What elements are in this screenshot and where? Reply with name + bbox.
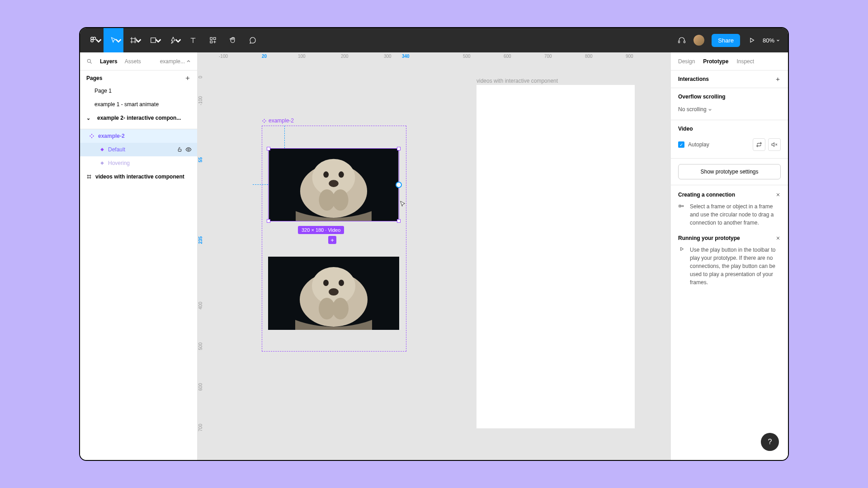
svg-point-25 xyxy=(332,298,349,319)
present-button[interactable] xyxy=(744,28,760,52)
audio-button[interactable] xyxy=(674,28,690,52)
main-menu-button[interactable] xyxy=(84,28,104,52)
pages-header: Pages xyxy=(80,70,197,84)
svg-rect-6 xyxy=(210,41,212,43)
section-label: Overflow scrolling xyxy=(678,94,726,100)
loop-button[interactable] xyxy=(753,138,765,151)
comment-icon xyxy=(249,36,257,44)
pen-tool-button[interactable] xyxy=(163,28,183,52)
layer-label: Hovering xyxy=(108,160,130,166)
svg-rect-26 xyxy=(679,205,681,207)
mute-icon xyxy=(771,141,778,148)
chevron-down-icon xyxy=(94,36,103,44)
chevron-up-icon xyxy=(186,59,191,64)
svg-rect-5 xyxy=(214,38,216,40)
add-variant-button[interactable]: + xyxy=(328,236,336,244)
resize-handle[interactable] xyxy=(397,219,401,223)
mute-button[interactable] xyxy=(768,138,781,151)
layer-variant-default[interactable]: Default xyxy=(80,143,197,156)
overflow-section: Overflow scrolling No scrolling xyxy=(671,88,788,120)
chevron-down-icon xyxy=(776,38,780,42)
resize-handle[interactable] xyxy=(267,147,270,150)
tab-layers[interactable]: Layers xyxy=(100,58,118,65)
plugins-icon xyxy=(209,36,217,44)
autoplay-checkbox[interactable]: ✓ xyxy=(678,141,684,148)
close-icon[interactable] xyxy=(775,235,781,241)
variant-icon xyxy=(100,147,104,152)
component-label[interactable]: example-2 xyxy=(262,117,294,124)
vertical-ruler: 0-10055235400500600700800 xyxy=(198,62,208,460)
right-panel: Design Prototype Inspect Interactions Ov… xyxy=(670,52,788,460)
svg-point-17 xyxy=(332,189,349,211)
tab-assets[interactable]: Assets xyxy=(125,58,141,65)
component-set-icon xyxy=(89,133,94,139)
resize-handle[interactable] xyxy=(267,219,270,223)
tip-title: Running your prototype xyxy=(678,235,740,241)
video-layer[interactable] xyxy=(268,257,399,330)
interactions-section: Interactions xyxy=(671,70,788,88)
page-item[interactable]: Page 1 xyxy=(80,84,197,98)
svg-point-12 xyxy=(312,159,355,197)
visible-icon[interactable] xyxy=(185,146,192,153)
close-icon[interactable] xyxy=(775,192,781,197)
page-item-selected[interactable]: example 2- interactive compon... xyxy=(80,111,197,125)
tab-inspect[interactable]: Inspect xyxy=(736,58,754,65)
page-item[interactable]: example 1 - smart animate xyxy=(80,98,197,111)
svg-rect-4 xyxy=(210,38,212,40)
layer-variant-hovering[interactable]: Hovering xyxy=(80,156,197,170)
prototype-tips: Creating a connection Select a frame or … xyxy=(671,185,788,301)
layer-label: videos with interactive component xyxy=(95,174,184,180)
prototype-settings-section: Show prototype settings xyxy=(671,159,788,185)
svg-point-22 xyxy=(339,280,344,286)
frame-tool-button[interactable] xyxy=(123,28,143,52)
tip-text: Select a frame or object in a frame and … xyxy=(690,202,781,227)
svg-point-20 xyxy=(312,267,355,305)
layer-frame[interactable]: videos with interactive component xyxy=(80,170,197,183)
user-avatar[interactable] xyxy=(693,34,705,47)
horizontal-ruler: -10020100200300340500600700800900 xyxy=(208,52,670,62)
add-page-button[interactable] xyxy=(184,75,191,81)
resize-handle[interactable] xyxy=(397,147,401,150)
cursor-icon xyxy=(399,200,407,208)
comment-tool-button[interactable] xyxy=(243,28,263,52)
svg-point-23 xyxy=(329,288,339,296)
search-icon[interactable] xyxy=(86,58,93,65)
shape-tool-button[interactable] xyxy=(143,28,163,52)
tip-title: Creating a connection xyxy=(678,192,735,198)
prototype-connection-node[interactable] xyxy=(396,182,402,188)
resources-button[interactable] xyxy=(203,28,223,52)
white-frame[interactable] xyxy=(476,85,635,428)
share-button[interactable]: Share xyxy=(712,34,740,47)
show-prototype-settings-button[interactable]: Show prototype settings xyxy=(678,164,781,179)
video-thumbnail xyxy=(268,257,399,330)
guide-line xyxy=(284,126,285,148)
hand-icon xyxy=(229,36,237,44)
tab-prototype[interactable]: Prototype xyxy=(703,58,728,65)
overflow-dropdown[interactable]: No scrolling xyxy=(678,106,712,113)
section-label: Video xyxy=(678,126,693,132)
zoom-dropdown[interactable]: 80% xyxy=(763,37,780,44)
layer-label: Default xyxy=(108,146,125,153)
selected-video-layer[interactable] xyxy=(268,148,399,221)
svg-point-14 xyxy=(339,171,344,178)
move-tool-button[interactable] xyxy=(104,28,123,52)
frame-label[interactable]: videos with interactive component xyxy=(476,78,558,84)
layer-component[interactable]: example-2 xyxy=(80,129,197,143)
text-tool-button[interactable] xyxy=(183,28,203,52)
chevron-down-icon xyxy=(114,36,123,44)
loop-icon xyxy=(756,141,762,148)
help-button[interactable]: ? xyxy=(761,433,779,451)
canvas-area[interactable]: -10020100200300340500600700800900 0-1005… xyxy=(198,52,670,460)
hand-tool-button[interactable] xyxy=(223,28,243,52)
canvas[interactable]: videos with interactive component exampl… xyxy=(208,62,670,460)
breadcrumb[interactable]: example... xyxy=(148,58,191,65)
add-interaction-button[interactable] xyxy=(775,76,781,82)
frame-icon xyxy=(86,174,92,179)
svg-rect-1 xyxy=(91,40,93,42)
left-panel-tabs: Layers Assets example... xyxy=(80,52,197,70)
svg-point-21 xyxy=(323,280,329,286)
unlock-icon[interactable] xyxy=(177,146,183,152)
left-panel: Layers Assets example... Pages Page 1 ex… xyxy=(80,52,198,460)
tab-design[interactable]: Design xyxy=(678,58,695,65)
selection-size-badge: 320 × 180 · Video xyxy=(298,226,344,234)
